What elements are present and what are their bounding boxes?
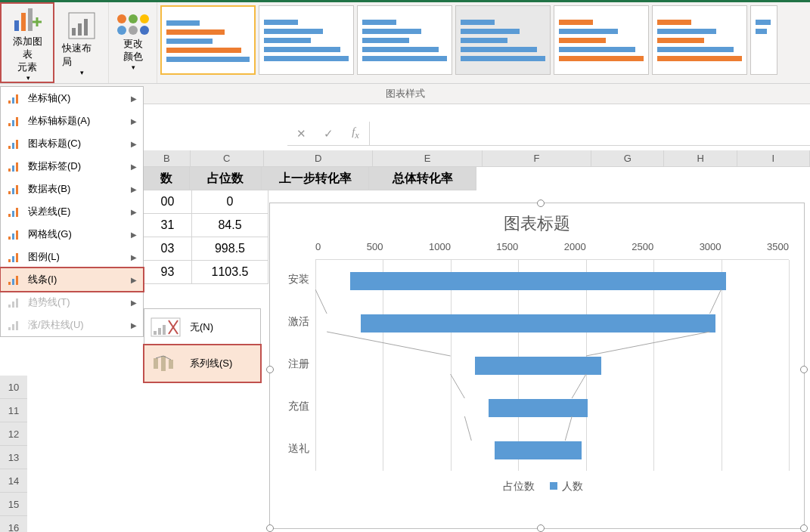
svg-rect-27	[8, 237, 11, 240]
chart-legend: 占位数 人数	[270, 471, 804, 503]
chart-style-5[interactable]	[554, 5, 649, 75]
row-header-13[interactable]: 13	[0, 446, 27, 469]
menu-item-label: 数据标签(D)	[28, 159, 81, 173]
menu-item-chart-title[interactable]: 图表标题(C)▶	[1, 132, 143, 155]
chart-style-3[interactable]	[357, 5, 452, 75]
menu-item-data-labels[interactable]: 数据标签(D)▶	[1, 155, 143, 178]
series-connectors	[315, 259, 789, 471]
ribbon: 添加图表 元素▾ 快速布局▾ 更改 颜色▾	[0, 2, 810, 84]
table-cell[interactable]: 998.5	[192, 237, 268, 261]
menu-item-label: 网格线(G)	[28, 227, 72, 241]
change-color-button[interactable]: 更改 颜色▾	[109, 2, 157, 83]
menu-item-lines[interactable]: 线条(I)▶	[0, 267, 144, 292]
data-labels-icon	[7, 159, 20, 173]
chart-style-4[interactable]	[455, 5, 551, 75]
chart-style-7[interactable]	[750, 5, 777, 75]
table-header: 占位数	[190, 167, 262, 190]
legend-swatch-1	[491, 482, 498, 490]
svg-rect-49	[161, 356, 166, 371]
row-header-11[interactable]: 11	[0, 399, 27, 422]
svg-rect-1	[21, 13, 26, 31]
error-bars-icon	[7, 205, 20, 218]
table-header: 数	[144, 167, 190, 190]
col-header-E[interactable]: E	[373, 150, 482, 167]
chevron-right-icon: ▶	[131, 208, 137, 216]
menu-item-legend[interactable]: 图例(L)▶	[1, 246, 143, 268]
svg-rect-23	[16, 185, 18, 194]
table-cell[interactable]: 84.5	[192, 214, 268, 237]
svg-rect-14	[16, 117, 18, 126]
svg-rect-16	[12, 143, 14, 149]
submenu-series-lines[interactable]: 系列线(S)	[143, 344, 262, 383]
menu-item-label: 图例(L)	[28, 250, 60, 264]
embedded-chart[interactable]: 图表标题 0500100015002000250030003500 安装激活注册…	[269, 203, 805, 529]
chart-style-6[interactable]	[652, 5, 747, 75]
col-header-C[interactable]: C	[191, 150, 264, 167]
quick-layout-label: 快速布局	[62, 42, 101, 69]
quick-layout-button[interactable]: 快速布局▾	[54, 2, 109, 83]
row-header-10[interactable]: 10	[0, 376, 27, 399]
axis-tick: 2000	[564, 241, 586, 259]
fx-icon[interactable]: fx	[342, 125, 369, 141]
menu-item-label: 误差线(E)	[28, 205, 70, 218]
axis-tick: 1000	[429, 241, 451, 259]
svg-rect-50	[169, 360, 173, 369]
menu-item-axis-title[interactable]: 坐标轴标题(A)▶	[1, 110, 143, 132]
enter-icon[interactable]: ✓	[315, 127, 342, 141]
quick-layout-icon	[66, 10, 98, 42]
menu-item-axis[interactable]: 坐标轴(X)▶	[1, 87, 143, 110]
table-cell[interactable]: 1103.5	[192, 261, 268, 284]
chart-title[interactable]: 图表标题	[270, 203, 804, 241]
table-cell[interactable]: 03	[144, 237, 192, 261]
row-header-16[interactable]: 16	[0, 516, 27, 532]
svg-rect-36	[8, 305, 11, 308]
col-header-H[interactable]: H	[664, 150, 737, 167]
chart-x-axis: 0500100015002000250030003500	[315, 241, 789, 259]
svg-rect-6	[72, 28, 76, 36]
svg-rect-10	[12, 97, 14, 104]
table-cell[interactable]: 31	[144, 214, 192, 237]
axis-icon	[7, 91, 20, 105]
svg-rect-20	[16, 162, 18, 172]
svg-rect-15	[8, 146, 11, 149]
row-header-15[interactable]: 15	[0, 493, 27, 516]
col-header-G[interactable]: G	[591, 150, 664, 167]
svg-rect-28	[12, 234, 14, 240]
cancel-icon[interactable]: ✕	[287, 127, 315, 141]
menu-item-data-table[interactable]: 数据表(B)▶	[1, 178, 143, 200]
chevron-right-icon: ▶	[131, 140, 137, 148]
add-chart-element-button[interactable]: 添加图表 元素▾	[0, 2, 54, 83]
row-header-14[interactable]: 14	[0, 469, 27, 493]
col-header-D[interactable]: D	[264, 150, 373, 167]
chart-style-2[interactable]	[259, 5, 354, 75]
chart-style-1[interactable]	[160, 5, 256, 75]
chart-plot-area: 安装激活注册充值送礼	[281, 259, 789, 471]
row-header-12[interactable]: 12	[0, 422, 27, 446]
table-cell[interactable]: 0	[192, 190, 268, 214]
svg-rect-39	[8, 327, 11, 330]
chevron-right-icon: ▶	[131, 117, 137, 125]
axis-tick: 0	[315, 241, 321, 259]
submenu-none[interactable]: 无(N)	[144, 309, 260, 345]
category-label: 激活	[281, 315, 315, 329]
table-cell[interactable]: 93	[144, 261, 192, 284]
table-cell[interactable]: 00	[144, 190, 192, 214]
svg-rect-43	[154, 331, 157, 335]
lines-submenu: 无(N) 系列线(S)	[144, 308, 261, 382]
menu-item-gridlines[interactable]: 网格线(G)▶	[1, 223, 143, 246]
svg-rect-25	[12, 211, 14, 217]
chevron-right-icon: ▶	[131, 185, 137, 193]
updown-icon	[7, 318, 20, 332]
menu-item-error-bars[interactable]: 误差线(E)▶	[1, 200, 143, 223]
col-header-I[interactable]: I	[737, 150, 810, 167]
menu-item-label: 线条(I)	[28, 273, 57, 286]
svg-rect-0	[14, 20, 19, 31]
trendline-icon	[7, 295, 20, 309]
lines-icon	[7, 273, 20, 286]
col-header-F[interactable]: F	[483, 150, 591, 167]
svg-rect-31	[12, 256, 14, 262]
col-header-B[interactable]: B	[144, 150, 191, 167]
axis-tick: 500	[367, 241, 383, 259]
svg-rect-33	[8, 282, 11, 285]
formula-input[interactable]	[369, 122, 810, 145]
